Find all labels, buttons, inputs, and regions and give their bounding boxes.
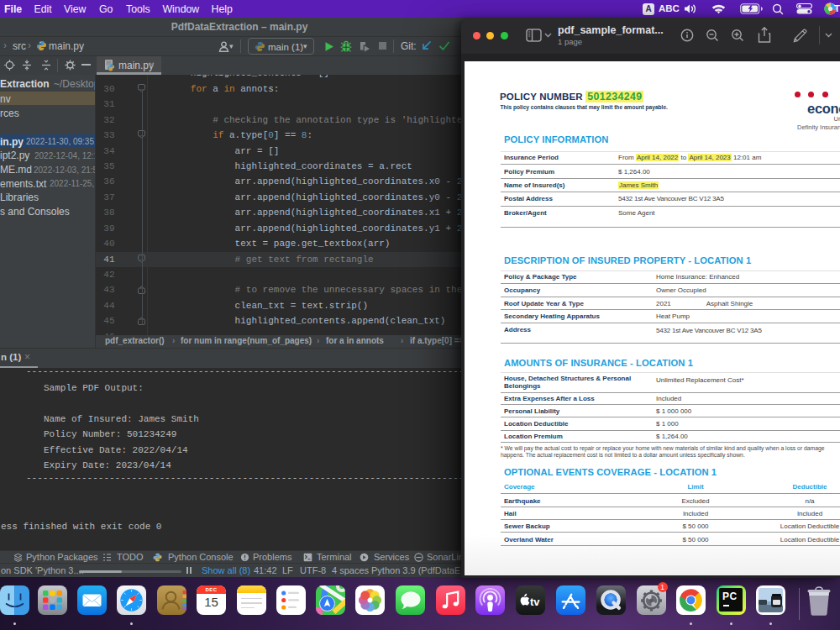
- svg-text:tv: tv: [530, 596, 540, 608]
